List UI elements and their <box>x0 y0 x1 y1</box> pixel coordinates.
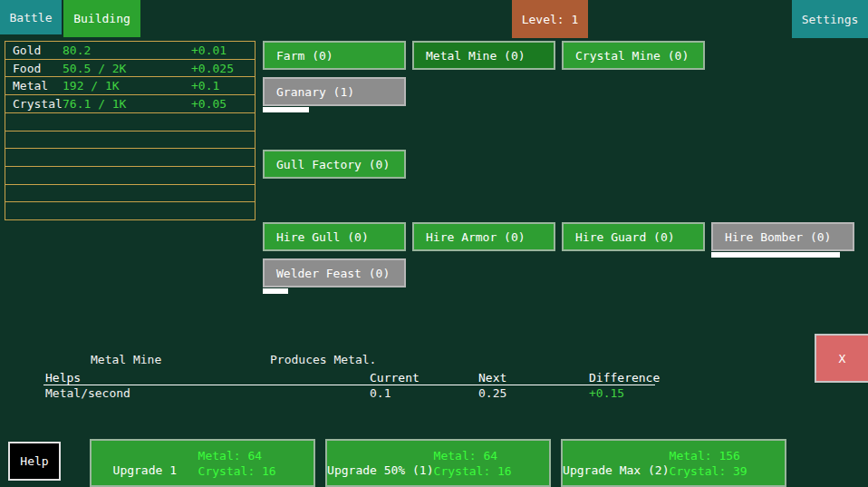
resource-row-empty <box>5 202 255 219</box>
upgrade-1-metal-cost: Metal: 64 <box>198 448 313 463</box>
hire-guard-button[interactable]: Hire Guard (0) <box>562 222 705 251</box>
resource-value: 50.5 / 2K <box>63 62 126 75</box>
upgrade-50-label: Upgrade 50% (1) <box>327 448 434 487</box>
resource-value: 80.2 <box>63 44 91 57</box>
detail-row-next: 0.25 <box>478 386 506 400</box>
upgrade-50-costs: Metal: 64 Crystal: 16 <box>434 441 549 485</box>
upgrade-max-button[interactable]: Upgrade Max (2) Metal: 156 Crystal: 39 <box>561 439 786 487</box>
detail-row-current: 0.1 <box>370 386 391 400</box>
resource-table: Gold 80.2 +0.01 Food 50.5 / 2K +0.025 Me… <box>5 41 256 220</box>
detail-column-current: Current <box>370 371 420 385</box>
hire-armor-button[interactable]: Hire Armor (0) <box>412 222 555 251</box>
resource-value: 76.1 / 1K <box>63 97 126 111</box>
upgrade-50-metal-cost: Metal: 64 <box>434 448 549 463</box>
resource-rate: +0.1 <box>191 79 219 93</box>
upgrade-max-label: Upgrade Max (2) <box>563 448 670 487</box>
crystal-mine-button[interactable]: Crystal Mine (0) <box>562 41 705 70</box>
resource-rate: +0.01 <box>191 44 227 57</box>
resource-row-empty <box>5 149 255 167</box>
resource-rate: +0.05 <box>191 97 227 111</box>
upgrade-max-metal-cost: Metal: 156 <box>670 448 785 463</box>
resource-row-gold: Gold 80.2 +0.01 <box>5 42 255 60</box>
upgrade-50-crystal-cost: Crystal: 16 <box>434 463 549 479</box>
game-screen: Battle Building Level: 1 Settings Gold 8… <box>0 0 868 487</box>
gull-factory-button[interactable]: Gull Factory (0) <box>263 150 406 179</box>
welder-feast-button[interactable]: Welder Feast (0) <box>263 258 406 287</box>
welder-feast-progress-bar <box>263 288 288 294</box>
close-button[interactable]: X <box>815 334 868 383</box>
resource-name: Crystal <box>13 97 63 111</box>
detail-column-helps: Helps <box>45 371 81 385</box>
detail-row-helps: Metal/second <box>45 386 130 400</box>
hire-bomber-button[interactable]: Hire Bomber (0) <box>711 222 854 251</box>
detail-title: Metal Mine <box>91 353 161 366</box>
tab-building[interactable]: Building <box>63 0 140 37</box>
resource-row-metal: Metal 192 / 1K +0.1 <box>5 77 255 95</box>
upgrade-1-costs: Metal: 64 Crystal: 16 <box>198 441 313 485</box>
hire-gull-button[interactable]: Hire Gull (0) <box>263 222 406 251</box>
farm-button[interactable]: Farm (0) <box>263 41 406 70</box>
resource-name: Metal <box>13 79 48 93</box>
detail-header-underline <box>43 385 655 385</box>
metal-mine-button[interactable]: Metal Mine (0) <box>412 41 555 70</box>
upgrade-max-crystal-cost: Crystal: 39 <box>670 463 785 479</box>
detail-row-difference: +0.15 <box>589 386 624 400</box>
resource-row-empty <box>5 131 255 150</box>
resource-rate: +0.025 <box>191 62 234 75</box>
granary-progress-bar <box>263 107 309 112</box>
level-indicator[interactable]: Level: 1 <box>512 0 588 38</box>
upgrade-1-button[interactable]: Upgrade 1 Metal: 64 Crystal: 16 <box>90 439 315 487</box>
detail-column-next: Next <box>478 371 506 385</box>
tab-battle[interactable]: Battle <box>0 0 62 34</box>
resource-row-empty <box>5 113 255 131</box>
help-button[interactable]: Help <box>8 442 61 481</box>
settings-button[interactable]: Settings <box>792 0 868 38</box>
upgrade-1-label: Upgrade 1 <box>92 448 198 487</box>
upgrade-max-costs: Metal: 156 Crystal: 39 <box>670 441 785 485</box>
upgrade-50-button[interactable]: Upgrade 50% (1) Metal: 64 Crystal: 16 <box>325 439 551 487</box>
detail-column-difference: Difference <box>589 371 660 385</box>
upgrade-1-crystal-cost: Crystal: 16 <box>198 463 313 479</box>
resource-name: Gold <box>13 44 41 57</box>
resource-row-empty <box>5 167 255 185</box>
resource-name: Food <box>13 62 41 75</box>
hire-bomber-progress-bar <box>711 252 840 258</box>
resource-row-food: Food 50.5 / 2K +0.025 <box>5 60 255 78</box>
resource-row-crystal: Crystal 76.1 / 1K +0.05 <box>5 95 255 113</box>
resource-row-empty <box>5 185 255 203</box>
granary-button[interactable]: Granary (1) <box>263 77 406 106</box>
detail-description: Produces Metal. <box>270 353 376 366</box>
resource-value: 192 / 1K <box>63 79 120 93</box>
